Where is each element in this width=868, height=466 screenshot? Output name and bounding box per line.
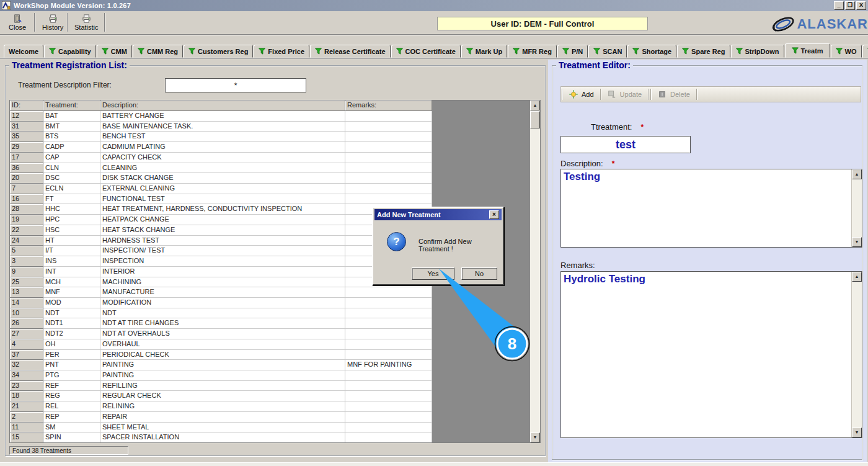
scrollbar-thumb[interactable] [530, 111, 540, 128]
cell-remarks [345, 163, 432, 174]
table-row[interactable]: 18REGREGULAR CHECK [10, 391, 531, 401]
tab-coc-certificate[interactable]: COC Certificate [391, 45, 461, 58]
editor-toolbar: Add Update Delete [560, 86, 861, 102]
scroll-down-arrow-icon[interactable]: ▼ [852, 428, 862, 437]
tab-welcome[interactable]: Welcome [4, 45, 43, 58]
tab-label: Fixed Price [268, 48, 304, 55]
table-row[interactable]: 7ECLNEXTERNAL CLEANING [10, 184, 531, 194]
tab-spare-reg[interactable]: Spare Reg [677, 45, 730, 58]
statistic-button[interactable]: Statistic [69, 12, 104, 33]
cell-description: OVERHAUL [100, 339, 345, 350]
column-header-id[interactable]: ID: [10, 101, 43, 111]
description-textarea[interactable]: Testing ▲ ▼ [560, 169, 862, 248]
remarks-textarea[interactable]: Hydrolic Testing ▲ ▼ [560, 271, 862, 438]
cell-description: BENCH TEST [100, 132, 345, 142]
close-window-button[interactable]: X [856, 1, 866, 10]
tab-capability[interactable]: Capability [44, 45, 96, 58]
row-filler [432, 350, 531, 361]
dialog-close-icon[interactable]: × [489, 210, 499, 219]
cell-id: 35 [10, 132, 43, 142]
table-row[interactable]: 31BMTBASE MAINTENANCE TASK. [10, 122, 531, 132]
cell-id: 29 [10, 142, 43, 153]
table-row[interactable]: 17CAPCAPACITY CHECK [10, 153, 531, 163]
cell-treatment: INT [43, 267, 100, 277]
alaskar-logo: ALASKAR [771, 12, 868, 37]
tab-mark-up[interactable]: Mark Up [461, 45, 507, 58]
table-row[interactable]: 34PTGPAINTING [10, 370, 531, 381]
cell-id: 13 [10, 287, 43, 298]
cell-treatment: BAT [43, 111, 100, 122]
cell-remarks [345, 298, 432, 308]
tab-divider [0, 58, 868, 59]
cell-id: 11 [10, 423, 43, 433]
scroll-up-arrow-icon[interactable]: ▲ [852, 272, 862, 282]
column-header-treatment[interactable]: Treatment: [43, 101, 100, 111]
table-row[interactable]: 13MNFMANUFACTURE [10, 287, 531, 298]
description-scrollbar[interactable]: ▲ ▼ [851, 169, 862, 247]
restore-button[interactable]: ❐ [845, 1, 855, 10]
table-row[interactable]: 26NDT1NDT AT TIRE CHANGES [10, 318, 531, 329]
cell-treatment: BMT [43, 122, 100, 132]
table-row[interactable]: 32PNTPAINTINGMNF FOR PAINTING [10, 360, 531, 370]
tab-cmm-reg[interactable]: CMM Reg [133, 45, 183, 58]
add-button[interactable]: Add [564, 87, 600, 101]
cell-id: 37 [10, 350, 43, 361]
cell-treatment: CADP [43, 142, 100, 153]
tab-scan[interactable]: SCAN [588, 45, 627, 58]
scroll-down-arrow-icon[interactable]: ▼ [852, 237, 862, 247]
tab-cmm[interactable]: CMM [97, 45, 132, 58]
tab-p-n[interactable]: P/N [557, 45, 588, 58]
table-row[interactable]: 23REFREFILLING [10, 381, 531, 392]
table-row[interactable]: 11SMSHEET METAL [10, 423, 531, 433]
cell-remarks [345, 401, 432, 412]
table-row[interactable]: 20DSCDISK STACK CHANGE [10, 173, 531, 184]
yes-button[interactable]: Yes [412, 267, 454, 280]
cell-id: 5 [10, 246, 43, 256]
table-row[interactable]: 35BTSBENCH TEST [10, 132, 531, 142]
tab-treatm[interactable]: Treatm [785, 43, 830, 58]
table-vertical-scrollbar[interactable]: ▲ ▼ [530, 101, 540, 442]
scroll-down-arrow-icon[interactable]: ▼ [530, 432, 540, 442]
tab-release-certificate[interactable]: Release Certificate [310, 45, 390, 58]
table-row[interactable]: 27NDT2NDT AT OVERHAULS [10, 329, 531, 339]
tab-customers-reg[interactable]: Customers Reg [184, 45, 253, 58]
tab-wo[interactable]: WO [831, 45, 862, 58]
cell-treatment: SM [43, 423, 100, 433]
table-row[interactable]: 29CADPCADMIUM PLATING [10, 142, 531, 153]
row-filler [432, 173, 531, 184]
delete-button[interactable]: Delete [652, 87, 696, 101]
tab-mfr-reg[interactable]: MFR Reg [508, 45, 557, 58]
column-header-description[interactable]: Description: [100, 101, 345, 111]
tab-fixed-price[interactable]: Fixed Price [254, 45, 309, 58]
cell-treatment: CLN [43, 163, 100, 174]
table-row[interactable]: 2REPREPAIR [10, 412, 531, 423]
delete-icon [658, 90, 666, 99]
table-row[interactable]: 16FTFUNCTIONAL TEST [10, 194, 531, 205]
row-filler [432, 122, 531, 132]
treatment-filter-input[interactable] [165, 78, 306, 92]
table-row[interactable]: 14MODMODIFICATION [10, 298, 531, 308]
cell-treatment: PER [43, 350, 100, 361]
scroll-up-arrow-icon[interactable]: ▲ [530, 101, 540, 110]
table-row[interactable]: 37PERPERIODICAL CHECK [10, 350, 531, 361]
update-button[interactable]: Update [602, 87, 647, 101]
minimize-button[interactable]: _ [834, 1, 844, 10]
table-row[interactable]: 12BATBATTERY CHANGE [10, 111, 531, 122]
tab-wo-completion[interactable]: WO Completion [862, 45, 868, 58]
tab-shortage[interactable]: Shortage [627, 45, 676, 58]
table-row[interactable]: 36CLNCLEANING [10, 163, 531, 174]
cell-description: HARDNESS TEST [100, 236, 345, 246]
table-row[interactable]: 15SPINSPACER INSTALLATION [10, 432, 531, 443]
close-button[interactable]: Close [4, 12, 31, 33]
scroll-up-arrow-icon[interactable]: ▲ [852, 169, 862, 179]
treatment-input[interactable]: test [560, 136, 691, 153]
tab-stripdown[interactable]: StripDown [731, 45, 784, 58]
history-button[interactable]: History [37, 12, 68, 33]
cell-remarks [345, 122, 432, 132]
remarks-scrollbar[interactable]: ▲ ▼ [851, 272, 862, 437]
table-row[interactable]: 21RELRELINING [10, 401, 531, 412]
table-row[interactable]: 4OHOVERHAUL [10, 339, 531, 350]
column-header-remarks[interactable]: Remarks: [345, 101, 432, 111]
table-row[interactable]: 10NDTNDT [10, 308, 531, 319]
no-button[interactable]: No [461, 267, 497, 280]
